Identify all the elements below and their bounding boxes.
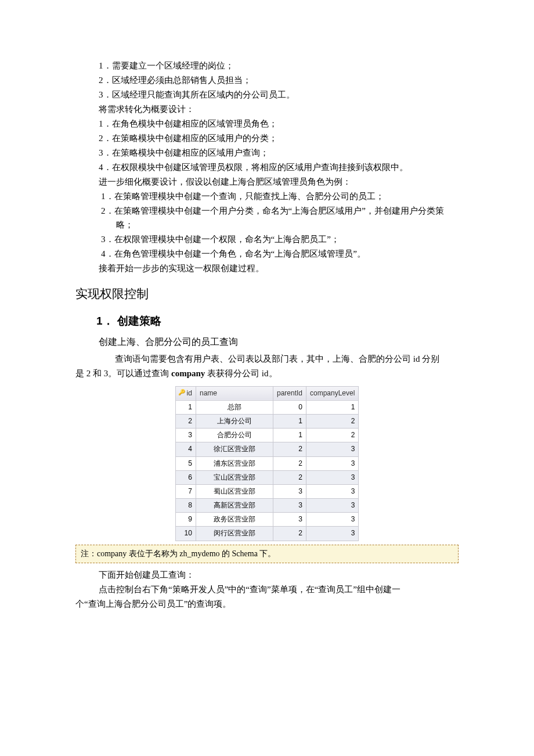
para-query-desc-2b: 表获得分公司 id。 bbox=[205, 369, 277, 378]
table-row: 4徐汇区营业部23 bbox=[175, 442, 359, 456]
sub-title: 创建策略 bbox=[117, 315, 161, 327]
design-item-2: 2．在策略模块中创建相应的区域用户的分类； bbox=[99, 131, 459, 145]
table-row: 10闵行区营业部23 bbox=[175, 527, 359, 541]
para-query-desc-1: 查询语句需要包含有用户表、公司表以及部门表，其中，上海、合肥的分公司 id 分别 bbox=[75, 352, 459, 366]
company-keyword: company bbox=[171, 369, 205, 378]
para-start-create: 下面开始创建员工查询： bbox=[75, 568, 459, 582]
design-item-4: 4．在权限模块中创建区域管理员权限，将相应的区域用户查询挂接到该权限中。 bbox=[99, 160, 459, 174]
col-name: name bbox=[196, 386, 273, 400]
col-companylevel: companyLevel bbox=[306, 386, 359, 400]
note-schema: 注：company 表位于名称为 zh_mydemo 的 Schema 下。 bbox=[75, 545, 459, 563]
req-item-1: 1．需要建立一个区域经理的岗位； bbox=[99, 59, 459, 73]
sub-num: 1． bbox=[96, 315, 114, 327]
table-row: 6宝山区营业部23 bbox=[175, 470, 359, 484]
para-query-desc-2a: 是 2 和 3。可以通过查询 bbox=[75, 369, 171, 378]
col-parentid: parentId bbox=[273, 386, 306, 400]
table-row: 1总部01 bbox=[175, 400, 359, 414]
section-impl-heading: 实现权限控制 bbox=[75, 285, 459, 304]
refine-intro: 进一步细化概要设计，假设以创建上海合肥区域管理员角色为例： bbox=[99, 175, 459, 189]
req-item-3: 3．区域经理只能查询其所在区域内的分公司员工。 bbox=[99, 88, 459, 102]
design-item-1: 1．在角色模块中创建相应的区域管理员角色； bbox=[99, 117, 459, 131]
req-trans: 将需求转化为概要设计： bbox=[99, 102, 459, 116]
refine-item-3: 3．在权限管理模块中创建一个权限，命名为“上海合肥员工”； bbox=[75, 232, 459, 246]
table-row: 2上海分公司12 bbox=[175, 414, 359, 428]
refine-item-2: 2．在策略管理模块中创建一个用户分类，命名为“上海合肥区域用户”，并创建用户分类… bbox=[75, 204, 459, 232]
table-row: 8高新区营业部33 bbox=[175, 499, 359, 513]
company-table-figure: id name parentId companyLevel 1总部01 2上海分… bbox=[75, 386, 459, 541]
next-step: 接着开始一步步的实现这一权限创建过程。 bbox=[99, 261, 459, 275]
para-query-desc-2: 是 2 和 3。可以通过查询 company 表获得分公司 id。 bbox=[75, 366, 459, 380]
table-row: 3合肥分公司12 bbox=[175, 429, 359, 442]
table-row: 7蜀山区营业部33 bbox=[175, 484, 359, 498]
col-id: id bbox=[175, 386, 196, 400]
para-console-step-1: 点击控制台右下角“策略开发人员”中的“查询”菜单项，在“查询员工”组中创建一 bbox=[75, 582, 459, 596]
sub-create-policy: 1．创建策略 bbox=[96, 312, 459, 330]
subtitle-create-query: 创建上海、合肥分公司的员工查询 bbox=[99, 334, 459, 350]
table-row: 5浦东区营业部23 bbox=[175, 456, 359, 470]
refine-item-4: 4．在角色管理模块中创建一个角色，命名为“上海合肥区域管理员”。 bbox=[75, 247, 459, 261]
key-icon bbox=[179, 390, 185, 396]
company-table: id name parentId companyLevel 1总部01 2上海分… bbox=[175, 386, 359, 541]
refine-item-1: 1．在策略管理模块中创建一个查询，只能查找上海、合肥分公司的员工； bbox=[75, 189, 459, 203]
design-item-3: 3．在策略模块中创建相应的区域用户查询； bbox=[99, 146, 459, 160]
para-console-step-2: 个“查询上海合肥分公司员工”的查询项。 bbox=[75, 597, 459, 611]
table-row: 9政务区营业部33 bbox=[175, 513, 359, 527]
req-item-2: 2．区域经理必须由总部销售人员担当； bbox=[99, 73, 459, 87]
